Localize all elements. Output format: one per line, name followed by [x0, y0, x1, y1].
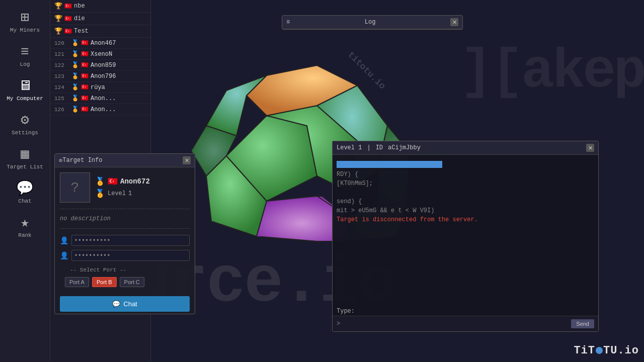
target-info-title-bar: ⊙ Target Info ✕ [55, 154, 195, 167]
target-input-row-2: 👤 [60, 250, 190, 261]
log-window: ≡ Log ✕ [282, 15, 463, 30]
target-divider-1 [60, 209, 190, 209]
lb-rank-124: 124 [54, 84, 69, 90]
terminal-line-3 [337, 188, 594, 197]
lb-row-122[interactable]: 122 🏅 🇹🇷 Anon859 [50, 60, 150, 71]
lb-row-125[interactable]: 125 🏅 🇹🇷 Anon... [50, 93, 150, 104]
terminal-line-1: RDY) { [337, 170, 594, 179]
sidebar-label-target-list: Target List [7, 164, 43, 170]
lb-row-120[interactable]: 120 🏅 🇹🇷 Anon467 [50, 38, 150, 49]
lb-row-124[interactable]: 124 🏅 🇹🇷 rüya [50, 82, 150, 93]
port-buttons: Port A Port B Port C [60, 277, 190, 287]
logo-text-2: TU.io [603, 344, 639, 357]
lb-top-3[interactable]: 🏆 🇹🇷 Test [50, 25, 150, 38]
sidebar-label-my-miners: My Miners [10, 27, 40, 33]
chat-button-label: Chat [123, 300, 137, 308]
brand-bg-right: ][akep [460, 40, 644, 103]
target-rank-icon: 🏅 [95, 176, 105, 187]
terminal-line-5: mit > eU5mG && e t < W V9I) [337, 206, 594, 215]
avatar: ? [60, 172, 90, 203]
terminal-window: Level 1 | ID aCijmJbby ✕ RDY) { [KT0hMmS… [332, 141, 599, 332]
target-user-row: ? 🏅 🇹🇷 Anon672 🏅 Level 1 [60, 172, 190, 203]
lb-trophy-3: 🏅 [71, 72, 79, 80]
target-divider-2 [60, 228, 190, 229]
log-title-bar: ≡ Log ✕ [282, 16, 462, 29]
user-icon-2: 👤 [60, 251, 68, 260]
user-icon-1: 👤 [60, 236, 68, 245]
sidebar-label-chat: Chat [18, 198, 31, 204]
sidebar: ⊞ My Miners ≡ Log 🖥 My Computer ⚙ Settin… [0, 0, 50, 362]
target-password-input-1[interactable] [71, 235, 190, 246]
target-level-label: Level [108, 190, 126, 197]
target-user-info: 🏅 🇹🇷 Anon672 🏅 Level 1 [95, 176, 150, 199]
sidebar-item-my-computer[interactable]: 🖥 My Computer [0, 73, 50, 108]
terminal-prompt: > [337, 320, 340, 327]
lb-top-1[interactable]: 🏆 🇹🇷 nbe [50, 0, 150, 13]
lb-name-1: nbe [74, 3, 85, 10]
lb-trophy-6: 🏅 [71, 106, 79, 113]
lb-name-120: Anon467 [91, 40, 116, 47]
lb-name-123: Anon796 [91, 73, 116, 80]
terminal-send-button[interactable]: Send [571, 319, 594, 328]
lb-name-125: Anon... [91, 95, 116, 102]
lb-rank-126: 126 [54, 107, 69, 113]
sidebar-label-log: Log [20, 61, 30, 67]
target-info-close-button[interactable]: ✕ [183, 156, 191, 164]
trophy-icon-3: 🏆 [54, 27, 62, 35]
lb-name-122: Anon859 [91, 62, 116, 69]
logo-bottom: TiTTU.io [574, 344, 639, 357]
lb-trophy-1: 🏅 [71, 50, 79, 58]
target-username: Anon672 [120, 177, 150, 186]
lb-name-3: Test [74, 28, 89, 35]
port-b-button[interactable]: Port B [92, 277, 117, 287]
port-c-button[interactable]: Port C [120, 277, 144, 287]
svg-marker-6 [206, 75, 267, 136]
sidebar-item-my-miners[interactable]: ⊞ My Miners [0, 5, 50, 39]
target-info-window: ⊙ Target Info ✕ ? 🏅 🇹🇷 Anon672 🏅 Level 1… [54, 153, 195, 314]
computer-icon: 🖥 [18, 79, 32, 94]
terminal-header: Level 1 | ID aCijmJbby ✕ [333, 141, 598, 155]
log-window-icon: ≡ [286, 19, 290, 26]
lb-flag-5: 🇹🇷 [81, 95, 89, 102]
miners-icon: ⊞ [21, 11, 29, 25]
svg-marker-1 [206, 156, 267, 236]
terminal-close-button[interactable]: ✕ [586, 144, 594, 152]
lb-row-121[interactable]: 121 🏅 🇹🇷 XsenoN [50, 49, 150, 60]
lb-rank-120: 120 [54, 40, 69, 46]
lb-flag-2: 🇹🇷 [81, 61, 89, 69]
sidebar-item-settings[interactable]: ⚙ Settings [0, 108, 50, 142]
lb-row-123[interactable]: 123 🏅 🇹🇷 Anon796 [50, 71, 150, 82]
progress-bar-area [337, 161, 594, 168]
target-info-icon: ⊙ [59, 157, 62, 164]
trophy-icon-1: 🏆 [54, 2, 62, 10]
lb-row-126[interactable]: 126 🏅 🇹🇷 Anon... [50, 104, 150, 115]
log-close-button[interactable]: ✕ [450, 18, 458, 26]
lb-top-2[interactable]: 🏆 🇹🇷 die [50, 13, 150, 25]
lb-rank-121: 121 [54, 51, 69, 57]
sidebar-item-rank[interactable]: ★ Rank [0, 210, 50, 244]
port-select-area: -- Select Port -- [60, 267, 190, 273]
rank-icon: ★ [21, 216, 29, 230]
terminal-separator: | [367, 144, 370, 151]
port-a-button[interactable]: Port A [65, 277, 89, 287]
log-window-title: Log [365, 19, 376, 26]
chat-button[interactable]: 💬 Chat [60, 296, 190, 312]
titotu-watermark: titotu.io [346, 50, 387, 92]
terminal-input[interactable] [342, 320, 569, 327]
lb-flag-1: 🇹🇷 [64, 3, 72, 10]
sidebar-item-chat[interactable]: 💬 Chat [0, 176, 50, 210]
lb-name-126: Anon... [91, 106, 116, 113]
progress-bar [337, 161, 442, 168]
sidebar-item-target-list[interactable]: ▦ Target List [0, 142, 50, 176]
lb-trophy-5: 🏅 [71, 95, 79, 102]
svg-marker-5 [247, 65, 357, 116]
lb-entries: 120 🏅 🇹🇷 Anon467 121 🏅 🇹🇷 XsenoN 122 🏅 🇹… [50, 38, 150, 115]
target-password-input-2[interactable] [71, 250, 190, 261]
target-input-row-1: 👤 [60, 235, 190, 246]
sidebar-label-settings: Settings [12, 130, 38, 136]
lb-flag-4: 🇹🇷 [81, 83, 89, 91]
lb-flag-0: 🇹🇷 [81, 39, 89, 47]
lb-flag-3: 🇹🇷 [81, 72, 89, 80]
sidebar-item-log[interactable]: ≡ Log [0, 39, 50, 73]
lb-rank-125: 125 [54, 96, 69, 102]
